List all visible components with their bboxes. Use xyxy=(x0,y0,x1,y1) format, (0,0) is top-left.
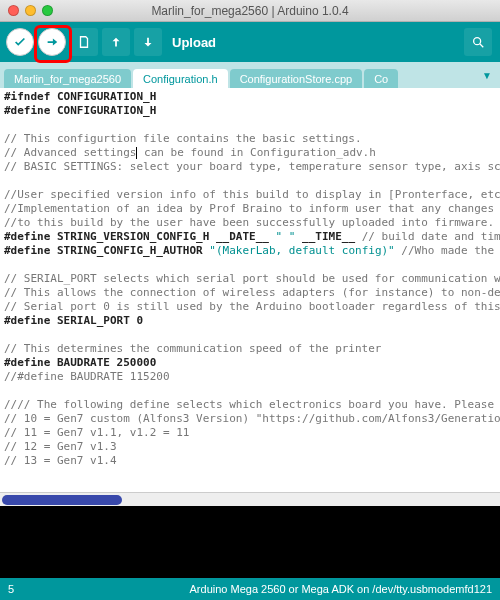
code-line: //#define BAUDRATE 115200 xyxy=(4,370,496,384)
tab-1[interactable]: Configuration.h xyxy=(133,69,228,88)
verify-button[interactable] xyxy=(6,28,34,56)
code-line: #define BAUDRATE 250000 xyxy=(4,356,496,370)
code-line: // Serial port 0 is still used by the Ar… xyxy=(4,300,496,314)
code-line xyxy=(4,174,496,188)
code-line: #define CONFIGURATION_H xyxy=(4,104,496,118)
new-file-icon xyxy=(77,35,91,49)
magnifier-icon xyxy=(471,35,485,49)
code-line: //Implementation of an idea by Prof Brai… xyxy=(4,202,496,216)
code-line: // 12 = Gen7 v1.3 xyxy=(4,440,496,454)
svg-line-1 xyxy=(480,44,484,48)
tab-0[interactable]: Marlin_for_mega2560 xyxy=(4,69,131,88)
arrow-right-icon xyxy=(45,35,59,49)
svg-point-0 xyxy=(474,38,481,45)
arrow-down-icon xyxy=(141,35,155,49)
code-line: #define STRING_CONFIG_H_AUTHOR "(MakerLa… xyxy=(4,244,496,258)
tab-overflow-button[interactable]: ▼ xyxy=(478,66,496,84)
console-output xyxy=(0,506,500,578)
code-line: // This determines the communication spe… xyxy=(4,342,496,356)
code-line: //User specified version info of this bu… xyxy=(4,188,496,202)
scrollbar-thumb[interactable] xyxy=(2,495,122,505)
new-button[interactable] xyxy=(70,28,98,56)
code-line: #define STRING_VERSION_CONFIG_H __DATE__… xyxy=(4,230,496,244)
code-line xyxy=(4,118,496,132)
code-line: // This configurtion file contains the b… xyxy=(4,132,496,146)
code-line: #define SERIAL_PORT 0 xyxy=(4,314,496,328)
code-line: // 11 = Gen7 v1.1, v1.2 = 11 xyxy=(4,426,496,440)
code-line xyxy=(4,328,496,342)
code-line: #ifndef CONFIGURATION_H xyxy=(4,90,496,104)
code-line: // BASIC SETTINGS: select your board typ… xyxy=(4,160,496,174)
code-line xyxy=(4,384,496,398)
tabbar: Marlin_for_mega2560Configuration.hConfig… xyxy=(0,62,500,88)
chevron-down-icon: ▼ xyxy=(482,70,492,81)
tab-2[interactable]: ConfigurationStore.cpp xyxy=(230,69,363,88)
titlebar: Marlin_for_mega2560 | Arduino 1.0.4 xyxy=(0,0,500,22)
code-line: //to this build by the user have been su… xyxy=(4,216,496,230)
statusbar: 5 Arduino Mega 2560 or Mega ADK on /dev/… xyxy=(0,578,500,600)
line-number: 5 xyxy=(8,583,14,595)
code-line: // This allows the connection of wireles… xyxy=(4,286,496,300)
open-button[interactable] xyxy=(102,28,130,56)
arrow-up-icon xyxy=(109,35,123,49)
editor-area[interactable]: #ifndef CONFIGURATION_H#define CONFIGURA… xyxy=(0,88,500,506)
toolbar: Upload xyxy=(0,22,500,62)
toolbar-action-label: Upload xyxy=(172,35,216,50)
code-line: //// The following define selects which … xyxy=(4,398,496,412)
horizontal-scrollbar[interactable] xyxy=(0,492,500,506)
window-title: Marlin_for_mega2560 | Arduino 1.0.4 xyxy=(0,4,500,18)
code-line: // 10 = Gen7 custom (Alfons3 Version) "h… xyxy=(4,412,496,426)
code-line xyxy=(4,258,496,272)
save-button[interactable] xyxy=(134,28,162,56)
serial-monitor-button[interactable] xyxy=(464,28,492,56)
board-port-label: Arduino Mega 2560 or Mega ADK on /dev/tt… xyxy=(190,583,492,595)
tab-3[interactable]: Co xyxy=(364,69,398,88)
code-line: // 13 = Gen7 v1.4 xyxy=(4,454,496,468)
upload-button[interactable] xyxy=(38,28,66,56)
code-line: // Advanced settings can be found in Con… xyxy=(4,146,496,160)
code-line: // SERIAL_PORT selects which serial port… xyxy=(4,272,496,286)
check-icon xyxy=(13,35,27,49)
code-editor[interactable]: #ifndef CONFIGURATION_H#define CONFIGURA… xyxy=(0,88,500,470)
